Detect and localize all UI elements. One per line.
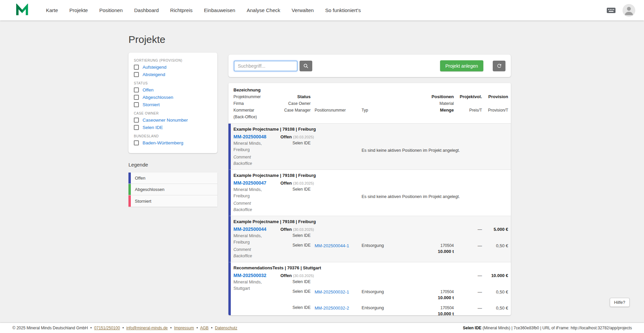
filter-option-selen-ide[interactable]: Selen IDE	[134, 125, 212, 130]
create-project-button[interactable]: Projekt anlegen	[440, 60, 483, 71]
project-number-link[interactable]: MM-202500044	[233, 226, 280, 232]
filter-option-abgeschlossen[interactable]: Abgeschlossen	[134, 95, 212, 100]
filter-option-caseowner-nonumber[interactable]: Caseowner Nonumber	[134, 118, 212, 123]
legend-table: Offen Abgeschlossen Storniert	[128, 173, 217, 207]
keyboard-icon[interactable]	[606, 7, 616, 14]
filter-option-label: Selen IDE	[143, 125, 163, 130]
refresh-icon	[496, 63, 502, 69]
position-provision: 0,50 €	[482, 305, 508, 311]
project-row[interactable]: Example Projectname | 79108 | Freiburg M…	[228, 170, 511, 216]
filter-option-absteigend[interactable]: Absteigend	[134, 72, 212, 77]
nav-einbauweisen[interactable]: Einbauweisen	[204, 7, 235, 13]
footer-impressum-link[interactable]: Impressum	[174, 326, 194, 330]
footer: © 2025 Mineral Minds Deutschland GmbH • …	[0, 323, 644, 333]
legend-title: Legende	[128, 162, 217, 168]
checkbox-icon[interactable]	[134, 125, 139, 130]
position-typ: Entsorgung	[362, 243, 402, 249]
legend-row-offen: Offen	[128, 173, 217, 184]
filter-section-title: CASE OWNER	[134, 112, 212, 115]
footer-phone-link[interactable]: 07151/250100	[94, 326, 120, 330]
project-provision: 10.000 €	[482, 272, 508, 279]
project-company: Mineral Minds, Stuttgart	[233, 279, 280, 291]
project-provision: 5.000 €	[482, 226, 508, 232]
position-number-link[interactable]: MM-202500032-2	[315, 306, 349, 311]
legend-row-abgeschlossen: Abgeschlossen	[128, 184, 217, 195]
person-icon	[623, 4, 635, 17]
logo-m-icon	[15, 4, 29, 17]
filter-section-case-owner: CASE OWNER Caseowner Nonumber Selen IDE	[134, 112, 212, 130]
filter-option-label: Abgeschlossen	[143, 95, 173, 100]
mineral-minds-logo[interactable]	[15, 3, 29, 17]
project-row[interactable]: Example Projectname | 79108 | Freiburg M…	[228, 216, 511, 262]
search-button[interactable]	[300, 61, 312, 71]
position-row[interactable]: Selen IDE MM-202500032-2 Entsorgung 1705…	[280, 305, 508, 315]
project-title: Example Projectname | 79108 | Freiburg	[231, 124, 511, 134]
project-status: Offen (30.03.2025) Selen IDE	[280, 226, 311, 239]
checkbox-icon[interactable]	[134, 140, 139, 145]
checkbox-icon[interactable]	[134, 87, 139, 92]
user-avatar[interactable]	[623, 4, 635, 17]
checkbox-icon[interactable]	[134, 102, 139, 107]
checkbox-icon[interactable]	[134, 65, 139, 70]
case-owner: Selen IDE	[280, 140, 311, 146]
position-owner: Selen IDE	[280, 305, 311, 311]
nav-verwalten[interactable]: Verwalten	[292, 7, 314, 13]
legend-color-storniert	[128, 195, 131, 207]
search-input[interactable]	[234, 61, 298, 71]
filter-option-label: Caseowner Nonumber	[143, 118, 188, 123]
refresh-button[interactable]	[493, 61, 505, 71]
project-preis: —	[454, 226, 482, 232]
search-icon	[303, 63, 309, 69]
nav-analyse-check[interactable]: Analyse Check	[247, 7, 280, 13]
filter-option-offen[interactable]: Offen	[134, 87, 212, 92]
top-navbar: Karte Projekte Positionen Dashboard Rich…	[0, 0, 644, 20]
position-material-menge: 170504 10.000 t	[402, 289, 454, 301]
footer-left: © 2025 Mineral Minds Deutschland GmbH • …	[12, 326, 237, 330]
filter-option-storniert[interactable]: Storniert	[134, 102, 212, 107]
navbar-right	[606, 4, 635, 17]
project-number-link[interactable]: MM-202500032	[233, 272, 280, 279]
nav-richtpreis[interactable]: Richtpreis	[170, 7, 193, 13]
nav-projekte[interactable]: Projekte	[69, 7, 88, 13]
case-owner: Selen IDE	[280, 187, 311, 192]
nav-karte[interactable]: Karte	[46, 7, 58, 13]
project-status: Offen (30.03.2025) Selen IDE	[280, 272, 311, 285]
filter-option-aufsteigend[interactable]: Aufsteigend	[134, 65, 212, 70]
help-button[interactable]: Hilfe?	[610, 298, 630, 307]
position-row[interactable]: Selen IDE MM-202500044-1 Entsorgung 1705…	[280, 243, 508, 255]
position-preis: —	[454, 305, 482, 311]
nav-positionen[interactable]: Positionen	[99, 7, 123, 13]
project-number-link[interactable]: MM-202500047	[233, 180, 280, 186]
search-toolbar: Projekt anlegen	[228, 55, 511, 77]
project-status: Offen (30.03.2025) Selen IDE	[280, 180, 311, 192]
project-row[interactable]: Example Projectname | 79108 | Freiburg M…	[228, 124, 511, 170]
checkbox-icon[interactable]	[134, 95, 139, 100]
project-comment: Comment Backoffice	[233, 154, 280, 167]
filter-option-label: Aufsteigend	[143, 65, 166, 70]
legend-row-storniert: Storniert	[128, 195, 217, 207]
header-positionsnummer: Positionsnummer	[311, 107, 362, 120]
nav-so-funktionierts[interactable]: So funktioniert's	[325, 7, 361, 13]
empty-positions-message: Es sind keine aktiven Positionen im Proj…	[362, 148, 454, 153]
project-title: RecommendationsTests | 70376 | Stuttgart	[231, 262, 511, 272]
checkbox-icon[interactable]	[134, 118, 139, 123]
project-row[interactable]: RecommendationsTests | 70376 | Stuttgart…	[228, 262, 511, 315]
footer-agb-link[interactable]: AGB	[200, 326, 209, 330]
checkbox-icon[interactable]	[134, 72, 139, 77]
position-number-link[interactable]: MM-202500032-1	[315, 289, 349, 294]
sidebar: SORTIERUNG (PROVISION) Aufsteigend Abste…	[128, 53, 217, 207]
position-provision: 0,50 €	[482, 289, 508, 295]
project-number-link[interactable]: MM-202500048	[233, 134, 280, 140]
filter-option-baden-wuerttemberg[interactable]: Baden-Württemberg	[134, 140, 212, 145]
filter-section-bundesland: BUNDESLAND Baden-Württemberg	[134, 134, 212, 145]
header-positionen: Positionen Material Menge	[402, 87, 454, 120]
position-row[interactable]: Selen IDE MM-202500032-1 Entsorgung 1705…	[280, 289, 508, 301]
main-nav: Karte Projekte Positionen Dashboard Rich…	[46, 7, 361, 13]
nav-dashboard[interactable]: Dashboard	[134, 7, 159, 13]
footer-datenschutz-link[interactable]: Datenschutz	[215, 326, 237, 330]
legend: Legende Offen Abgeschlossen Storniert	[128, 162, 217, 207]
position-preis: —	[454, 243, 482, 249]
footer-email-link[interactable]: info@mineral-minds.de	[126, 326, 168, 330]
position-number-link[interactable]: MM-202500044-1	[315, 243, 349, 248]
table-header: Bezeichnung Projektnummer Firma Kommenta…	[228, 83, 511, 124]
